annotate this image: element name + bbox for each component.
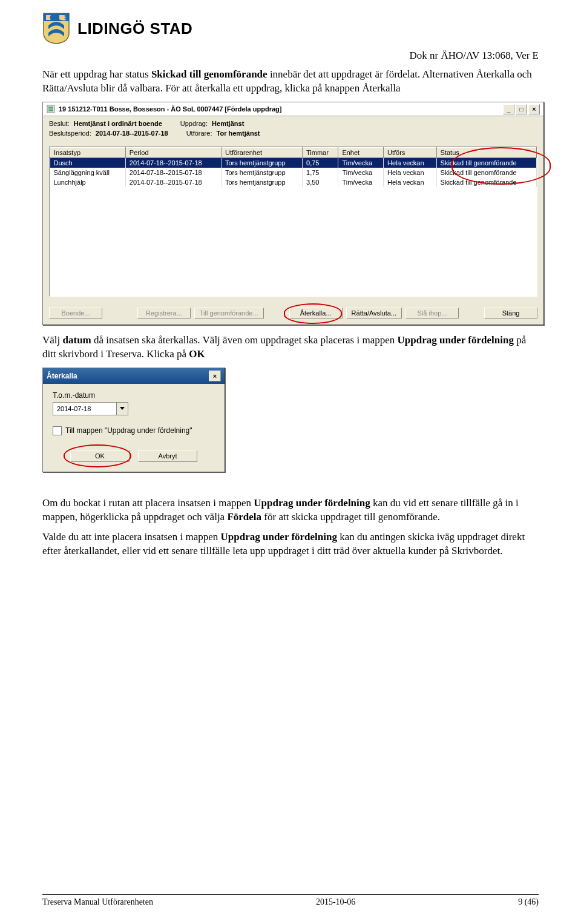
page-header: LIDINGÖ STAD — [42, 12, 539, 45]
window-titlebar: 19 151212-T011 Bosse, Bosseson - ÄO SoL … — [43, 102, 543, 116]
dialog-title: Återkalla — [47, 372, 77, 380]
till-mappen-checkbox[interactable] — [53, 426, 62, 435]
datum-paragraph: Välj datum då insatsen ska återkallas. V… — [42, 334, 539, 361]
window-controls: _ □ × — [503, 104, 540, 114]
table-row[interactable]: Sängläggning kväll2014-07-18--2015-07-18… — [50, 168, 537, 177]
dialog-titlebar: Återkalla × — [43, 368, 225, 384]
till-mappen-checkbox-row: Till mappen "Uppdrag under fördelning" — [53, 426, 215, 435]
table-row[interactable]: Lunchhjälp2014-07-18--2015-07-18Tors hem… — [50, 177, 537, 187]
avbryt-button[interactable]: Avbryt — [138, 450, 197, 462]
tom-datum-label: T.o.m.-datum — [53, 391, 215, 400]
column-header[interactable]: Period — [125, 147, 221, 157]
till-genomforande-button[interactable]: Till genomförande... — [194, 308, 264, 318]
ratta-avsluta-button[interactable]: Rätta/Avsluta... — [346, 308, 402, 318]
till-mappen-label: Till mappen "Uppdrag under fördelning" — [65, 426, 192, 435]
column-header[interactable]: Timmar — [303, 147, 338, 157]
column-header[interactable]: Utförs — [384, 147, 437, 157]
brand-text: LIDINGÖ STAD — [77, 19, 192, 38]
registrera-button[interactable]: Registrera... — [137, 308, 191, 318]
maximize-button[interactable]: □ — [516, 104, 527, 114]
footer-left: Treserva Manual Utförarenheten — [42, 897, 153, 907]
minimize-button[interactable]: _ — [503, 104, 514, 114]
column-header[interactable]: Status — [436, 147, 536, 157]
aterkalla-button[interactable]: Återkalla... — [289, 308, 343, 318]
column-header[interactable]: Enhet — [338, 147, 384, 157]
table-row[interactable]: Dusch2014-07-18--2015-07-18Tors hemtjäns… — [50, 157, 537, 168]
tom-datum-field[interactable] — [53, 403, 116, 415]
footer-date: 2015-10-06 — [153, 897, 518, 907]
boende-button[interactable]: Boende... — [49, 308, 102, 318]
lidingo-logo-icon — [42, 12, 70, 45]
stang-button[interactable]: Stäng — [484, 308, 537, 318]
aterkalla-dialog: Återkalla × T.o.m.-datum Till mappen "Up… — [42, 368, 225, 472]
intro-paragraph: När ett uppdrag har status Skickad till … — [42, 68, 539, 96]
footer-page-number: 9 (46) — [518, 897, 539, 907]
fordel-uppdrag-window: 19 151212-T011 Bosse, Bosseson - ÄO SoL … — [42, 102, 544, 325]
valde-paragraph: Valde du att inte placera insatsen i map… — [42, 530, 539, 558]
bockat-paragraph: Om du bockat i rutan att placera insatse… — [42, 497, 539, 524]
sla-ihop-button[interactable]: Slå ihop... — [405, 308, 459, 318]
document-id: Dok nr ÄHO/AV 13:068, Ver E — [42, 50, 539, 62]
dropdown-icon[interactable] — [116, 403, 128, 415]
page-footer: Treserva Manual Utförarenheten 2015-10-0… — [42, 894, 539, 907]
meta-row-1: Beslut: Hemtjänst i ordinärt boende Uppd… — [43, 116, 543, 128]
close-button[interactable]: × — [528, 104, 540, 114]
window-app-icon — [47, 105, 55, 113]
window-title: 19 151212-T011 Bosse, Bosseson - ÄO SoL … — [59, 105, 281, 113]
meta-row-2: Beslutsperiod: 2014-07-18--2015-07-18 Ut… — [43, 128, 543, 142]
column-header[interactable]: Utförarenhet — [221, 147, 302, 157]
column-header[interactable]: Insatstyp — [50, 147, 126, 157]
button-bar: Boende... Registrera... Till genomförand… — [43, 303, 543, 325]
tom-datum-input[interactable] — [53, 402, 128, 415]
ok-button[interactable]: OK — [70, 450, 130, 462]
dialog-close-button[interactable]: × — [209, 371, 221, 381]
insats-grid[interactable]: InsatstypPeriodUtförarenhetTimmarEnhetUt… — [49, 147, 537, 297]
